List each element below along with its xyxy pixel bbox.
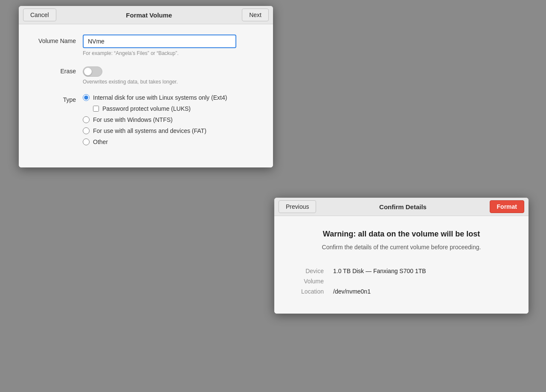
dialog2-body: Warning: all data on the volume will be … xyxy=(274,216,529,314)
cancel-button[interactable]: Cancel xyxy=(23,9,56,21)
type-row: Type Internal disk for use with Linux sy… xyxy=(36,93,256,145)
dialog1-body: Volume Name For example: “Angela’s Files… xyxy=(19,24,273,167)
volume-name-hint: For example: “Angela’s Files” or “Backup… xyxy=(83,50,256,56)
volume-name-content: For example: “Angela’s Files” or “Backup… xyxy=(83,35,256,56)
detail-volume-value xyxy=(330,276,511,286)
detail-volume-label: Volume xyxy=(291,276,330,286)
type-fat-label: For use with all systems and devices (FA… xyxy=(93,127,206,134)
type-radio-group: Internal disk for use with Linux systems… xyxy=(83,94,256,145)
dialog2-titlebar: Previous Confirm Details Format xyxy=(274,198,529,216)
erase-hint: Overwrites existing data, but takes long… xyxy=(83,79,256,85)
volume-name-row: Volume Name For example: “Angela’s Files… xyxy=(36,35,256,56)
detail-device-label: Device xyxy=(291,266,330,276)
dialog2-title: Confirm Details xyxy=(379,203,427,210)
type-ntfs-label: For use with Windows (NTFS) xyxy=(93,116,173,123)
dialog1-titlebar: Cancel Format Volume Next xyxy=(19,6,273,24)
type-ext4-radio[interactable] xyxy=(83,94,90,101)
dialog1-title: Format Volume xyxy=(126,12,172,19)
type-content: Internal disk for use with Linux systems… xyxy=(83,93,256,145)
type-other-item[interactable]: Other xyxy=(83,138,256,145)
detail-device-row: Device 1.0 TB Disk — Fanxiang S700 1TB xyxy=(291,266,511,276)
type-fat-radio[interactable] xyxy=(83,127,90,134)
type-ntfs-radio[interactable] xyxy=(83,116,90,123)
toggle-knob xyxy=(84,68,92,75)
luks-checkbox[interactable] xyxy=(93,106,99,112)
type-ext4-item[interactable]: Internal disk for use with Linux systems… xyxy=(83,94,256,101)
warning-title: Warning: all data on the volume will be … xyxy=(291,230,511,239)
detail-location-row: Location /dev/nvme0n1 xyxy=(291,286,511,297)
luks-label: Password protect volume (LUKS) xyxy=(102,105,191,112)
format-volume-dialog: Cancel Format Volume Next Volume Name Fo… xyxy=(19,6,273,167)
detail-volume-row: Volume xyxy=(291,276,511,286)
type-other-radio[interactable] xyxy=(83,138,90,145)
details-table: Device 1.0 TB Disk — Fanxiang S700 1TB V… xyxy=(291,266,511,297)
erase-row: Erase Overwrites existing data, but take… xyxy=(36,65,256,85)
type-label: Type xyxy=(36,93,83,103)
luks-item[interactable]: Password protect volume (LUKS) xyxy=(93,105,256,112)
previous-button[interactable]: Previous xyxy=(279,200,316,213)
erase-content: Overwrites existing data, but takes long… xyxy=(83,65,256,85)
type-ext4-label: Internal disk for use with Linux systems… xyxy=(93,94,227,101)
type-ntfs-item[interactable]: For use with Windows (NTFS) xyxy=(83,116,256,123)
volume-name-input[interactable] xyxy=(83,35,236,48)
erase-toggle-wrap xyxy=(83,66,256,77)
detail-device-value: 1.0 TB Disk — Fanxiang S700 1TB xyxy=(330,266,511,276)
type-fat-item[interactable]: For use with all systems and devices (FA… xyxy=(83,127,256,134)
type-other-label: Other xyxy=(93,138,108,145)
erase-toggle[interactable] xyxy=(83,66,102,77)
next-button[interactable]: Next xyxy=(242,9,269,21)
format-button[interactable]: Format xyxy=(490,200,524,213)
volume-name-label: Volume Name xyxy=(36,35,83,44)
detail-location-label: Location xyxy=(291,286,330,297)
confirm-details-dialog: Previous Confirm Details Format Warning:… xyxy=(274,198,529,314)
detail-location-value: /dev/nvme0n1 xyxy=(330,286,511,297)
warning-sub: Confirm the details of the current volum… xyxy=(291,244,511,251)
erase-label: Erase xyxy=(36,65,83,75)
